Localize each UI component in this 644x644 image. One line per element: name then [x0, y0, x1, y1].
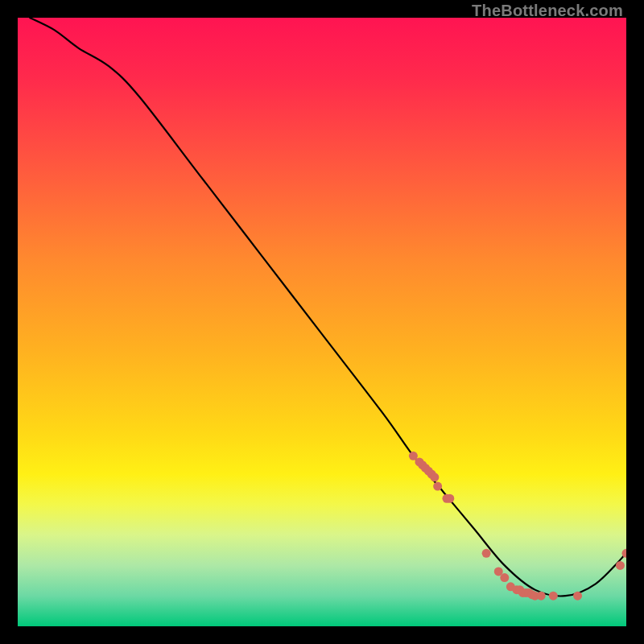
data-point [482, 549, 491, 558]
curve-line [30, 18, 626, 597]
chart-svg [18, 18, 626, 626]
data-point [445, 494, 454, 503]
data-point [433, 482, 442, 491]
data-point [537, 592, 546, 601]
data-point [616, 561, 625, 570]
chart-container: TheBottleneck.com [0, 0, 644, 644]
data-point [573, 592, 582, 601]
data-point [549, 592, 558, 601]
data-point [430, 473, 439, 481]
data-point [500, 573, 509, 582]
plot-area [18, 18, 626, 626]
